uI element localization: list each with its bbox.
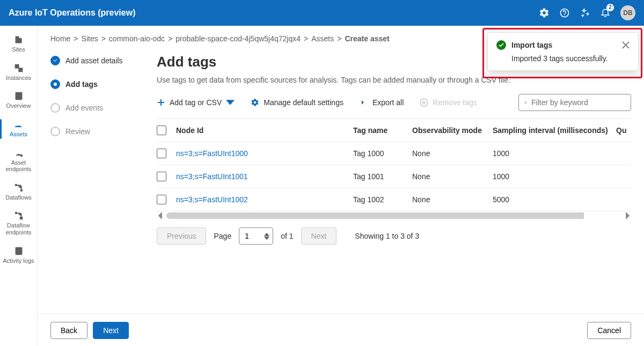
sidebar: Sites Instances Overview Assets Asset en… [0,26,38,346]
topbar: Azure IoT Operations (preview) 2 DB [0,0,644,26]
next-button[interactable]: Next [93,322,129,339]
sampling-cell: 1000 [493,142,616,165]
pager-showing: Showing 1 to 3 of 3 [355,232,419,240]
svg-point-10 [20,189,22,191]
arc-icon [13,119,24,130]
scroll-thumb[interactable] [166,212,621,219]
node-id-link[interactable]: ns=3;s=FastUInt1002 [176,188,353,211]
topbar-actions: 2 DB [539,5,635,20]
table-wrap: Node Id Tag name Observability mode Samp… [157,119,631,220]
panel-desc: Use tags to get data from specific sourc… [157,76,631,84]
help-icon[interactable] [559,8,570,18]
toast-title: Import tags [511,41,552,49]
tag-name-cell: Tag 1002 [353,188,412,211]
tag-name-cell: Tag 1000 [353,142,412,165]
sidebar-item-asset-endpoints[interactable]: Asset endpoints [0,143,37,178]
settings-icon[interactable] [539,8,550,18]
svg-point-8 [20,154,22,156]
crumb-instance[interactable]: probable-space-cod-4j5qw5j4q72jqx4 [175,34,301,43]
node-id-link[interactable]: ns=3;s=FastUInt1001 [176,165,353,188]
arc-outline-icon [13,148,24,158]
step-tags[interactable]: Add tags [50,79,142,89]
step-details[interactable]: Add asset details [50,56,142,65]
svg-rect-5 [19,68,23,72]
col-q[interactable]: Qu [616,119,631,142]
flow-icon [13,182,24,193]
flowend-icon [13,210,24,221]
user-avatar[interactable]: DB [620,5,635,20]
add-tag-button[interactable]: Add tag or CSV [157,98,235,107]
filter-input[interactable] [518,94,631,111]
svg-rect-4 [15,64,19,68]
crumb-home[interactable]: Home [50,34,70,43]
sparkle-icon[interactable] [580,8,590,18]
app-title: Azure IoT Operations (preview) [9,8,135,18]
obs-cell: None [412,188,493,211]
toolbar: Add tag or CSV Manage default settings E… [157,94,631,111]
svg-rect-1 [19,39,21,43]
panel-body: Add tags Use tags to get data from speci… [157,54,631,245]
building-icon [13,34,24,45]
crumb-site[interactable]: common-aio-odc [109,34,165,43]
sidebar-item-dataflows[interactable]: Dataflows [0,178,37,207]
svg-rect-12 [20,217,22,219]
toast-body: Imported 3 tags successfully. [496,54,630,63]
svg-line-19 [526,103,526,104]
sidebar-item-instances[interactable]: Instances [0,58,37,87]
search-icon [524,99,527,107]
crumb-assets[interactable]: Assets [311,34,334,43]
remove-icon [420,98,428,107]
sidebar-item-overview[interactable]: Overview [0,86,37,115]
main-panel: Home> Sites> common-aio-odc> probable-sp… [38,26,644,346]
filter-field[interactable] [531,98,625,107]
crumb-sites[interactable]: Sites [82,34,98,43]
spin-down-icon[interactable] [264,237,269,240]
step-review[interactable]: Review [50,127,142,136]
row-checkbox[interactable] [157,149,166,158]
page-spinner[interactable] [239,227,273,245]
pager-page-label: Page [214,232,231,240]
cancel-button[interactable]: Cancel [587,322,631,339]
h-scrollbar[interactable] [157,211,631,220]
col-obs-mode[interactable]: Observability mode [412,119,493,142]
svg-rect-0 [16,36,19,43]
plus-icon [157,98,165,107]
toast-close-icon[interactable] [622,41,630,49]
toast: Import tags Imported 3 tags successfully… [487,32,639,71]
notif-badge: 2 [606,4,614,11]
col-sampling[interactable]: Sampling interval (milliseconds) [493,119,616,142]
sidebar-item-dataflow-endpoints[interactable]: Dataflow endpoints [0,206,37,241]
table-row: ns=3;s=FastUInt1002 Tag 1002 None 5000 1… [157,188,631,211]
instance-icon [13,63,24,73]
tag-name-cell: Tag 1001 [353,165,412,188]
manage-defaults-button[interactable]: Manage default settings [251,98,343,107]
sampling-cell: 5000 [493,188,616,211]
scroll-right-icon[interactable] [624,212,631,219]
row-checkbox[interactable] [157,195,166,204]
pager: Previous Page of 1 Next Showing 1 to 3 o… [157,227,631,245]
export-icon [360,98,368,107]
notifications-button[interactable]: 2 [600,7,611,19]
row-checkbox[interactable] [157,172,166,181]
back-button[interactable]: Back [50,322,87,339]
col-tag-name[interactable]: Tag name [353,119,412,142]
footer-bar: Back Next Cancel [38,314,644,346]
sidebar-item-sites[interactable]: Sites [0,30,37,58]
q-cell: 10 [616,188,631,211]
pager-next: Next [301,227,337,245]
select-all-checkbox[interactable] [157,126,166,135]
scroll-left-icon[interactable] [157,212,164,219]
step-events[interactable]: Add events [50,103,142,113]
sidebar-item-assets[interactable]: Assets [0,115,37,143]
export-all-button[interactable]: Export all [360,98,404,107]
col-node-id[interactable]: Node Id [176,119,353,142]
table-row: ns=3;s=FastUInt1000 Tag 1000 None 1000 5 [157,142,631,165]
obs-cell: None [412,142,493,165]
node-id-link[interactable]: ns=3;s=FastUInt1000 [176,142,353,165]
gear-icon [251,98,259,107]
sidebar-item-activity-logs[interactable]: Activity logs [0,241,37,270]
q-cell: 5 [616,165,631,188]
spin-up-icon[interactable] [264,233,269,236]
wizard-steps: Add asset details Add tags Add events Re… [50,54,142,245]
q-cell: 5 [616,142,631,165]
